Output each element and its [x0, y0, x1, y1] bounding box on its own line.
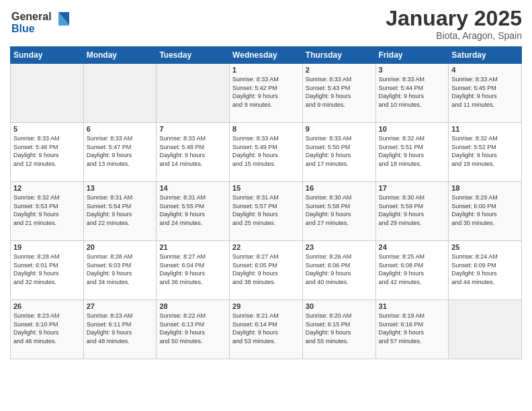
day-info: Sunrise: 8:25 AM Sunset: 6:08 PM Dayligh…: [379, 253, 446, 286]
weekday-header-wednesday: Wednesday: [230, 47, 303, 64]
day-number: 28: [159, 302, 226, 310]
day-info: Sunrise: 8:27 AM Sunset: 6:04 PM Dayligh…: [159, 253, 226, 286]
svg-text:Blue: Blue: [11, 23, 35, 34]
day-number: 29: [232, 302, 300, 310]
day-info: Sunrise: 8:20 AM Sunset: 6:15 PM Dayligh…: [306, 312, 373, 345]
day-number: 10: [379, 125, 446, 133]
calendar-cell: 29Sunrise: 8:21 AM Sunset: 6:14 PM Dayli…: [230, 300, 303, 359]
calendar-cell: 19Sunrise: 8:28 AM Sunset: 6:01 PM Dayli…: [11, 241, 84, 300]
day-info: Sunrise: 8:31 AM Sunset: 5:57 PM Dayligh…: [232, 193, 300, 227]
svg-text:General: General: [11, 11, 52, 22]
calendar-week-3: 12Sunrise: 8:32 AM Sunset: 5:53 PM Dayli…: [11, 182, 522, 241]
calendar-cell: 4Sunrise: 8:33 AM Sunset: 5:45 PM Daylig…: [449, 64, 522, 123]
day-info: Sunrise: 8:23 AM Sunset: 6:11 PM Dayligh…: [87, 312, 154, 345]
calendar-cell: 17Sunrise: 8:30 AM Sunset: 5:59 PM Dayli…: [375, 182, 449, 241]
calendar-week-5: 26Sunrise: 8:23 AM Sunset: 6:10 PM Dayli…: [11, 300, 522, 359]
calendar-cell: 24Sunrise: 8:25 AM Sunset: 6:08 PM Dayli…: [375, 241, 449, 300]
day-number: 24: [379, 243, 446, 251]
day-info: Sunrise: 8:33 AM Sunset: 5:47 PM Dayligh…: [87, 134, 154, 168]
calendar-cell: 20Sunrise: 8:28 AM Sunset: 6:03 PM Dayli…: [83, 241, 157, 300]
calendar-week-4: 19Sunrise: 8:28 AM Sunset: 6:01 PM Dayli…: [11, 241, 522, 300]
day-info: Sunrise: 8:29 AM Sunset: 6:00 PM Dayligh…: [451, 193, 519, 227]
weekday-header-sunday: Sunday: [11, 47, 84, 64]
day-number: 31: [379, 302, 446, 310]
day-number: 23: [306, 243, 373, 251]
calendar-cell: 26Sunrise: 8:23 AM Sunset: 6:10 PM Dayli…: [11, 300, 84, 359]
day-number: 25: [451, 243, 519, 251]
day-info: Sunrise: 8:33 AM Sunset: 5:46 PM Dayligh…: [13, 134, 81, 168]
day-number: 9: [306, 125, 373, 133]
logo: General Blue: [10, 7, 71, 39]
calendar-cell: 2Sunrise: 8:33 AM Sunset: 5:43 PM Daylig…: [302, 64, 375, 123]
day-number: 5: [13, 125, 81, 133]
calendar-cell: 16Sunrise: 8:30 AM Sunset: 5:58 PM Dayli…: [302, 182, 375, 241]
day-info: Sunrise: 8:21 AM Sunset: 6:14 PM Dayligh…: [232, 312, 300, 345]
day-number: 13: [87, 184, 154, 192]
calendar-cell: 28Sunrise: 8:22 AM Sunset: 6:13 PM Dayli…: [157, 300, 230, 359]
calendar-cell: 15Sunrise: 8:31 AM Sunset: 5:57 PM Dayli…: [230, 182, 303, 241]
day-number: 26: [13, 302, 81, 310]
day-info: Sunrise: 8:30 AM Sunset: 5:58 PM Dayligh…: [306, 193, 373, 227]
calendar-cell: 5Sunrise: 8:33 AM Sunset: 5:46 PM Daylig…: [11, 123, 84, 182]
day-number: 12: [13, 184, 81, 192]
calendar-subtitle: Biota, Aragon, Spain: [386, 30, 522, 41]
day-info: Sunrise: 8:28 AM Sunset: 6:01 PM Dayligh…: [13, 253, 81, 286]
day-info: Sunrise: 8:28 AM Sunset: 6:03 PM Dayligh…: [87, 253, 154, 286]
weekday-header-thursday: Thursday: [302, 47, 375, 64]
day-number: 7: [159, 125, 226, 133]
calendar-cell: 21Sunrise: 8:27 AM Sunset: 6:04 PM Dayli…: [157, 241, 230, 300]
calendar-week-2: 5Sunrise: 8:33 AM Sunset: 5:46 PM Daylig…: [11, 123, 522, 182]
day-number: 14: [159, 184, 226, 192]
day-number: 16: [306, 184, 373, 192]
calendar-cell: 22Sunrise: 8:27 AM Sunset: 6:05 PM Dayli…: [230, 241, 303, 300]
day-info: Sunrise: 8:33 AM Sunset: 5:42 PM Dayligh…: [232, 75, 300, 109]
day-info: Sunrise: 8:33 AM Sunset: 5:50 PM Dayligh…: [306, 134, 373, 168]
day-number: 19: [13, 243, 81, 251]
day-info: Sunrise: 8:31 AM Sunset: 5:55 PM Dayligh…: [159, 193, 226, 227]
calendar-title: January 2025: [386, 7, 522, 30]
day-info: Sunrise: 8:30 AM Sunset: 5:59 PM Dayligh…: [379, 193, 446, 227]
calendar-cell: [449, 300, 522, 359]
day-number: 1: [232, 66, 300, 74]
calendar-cell: 13Sunrise: 8:31 AM Sunset: 5:54 PM Dayli…: [83, 182, 157, 241]
day-number: 15: [232, 184, 300, 192]
weekday-header-saturday: Saturday: [449, 47, 522, 64]
day-info: Sunrise: 8:33 AM Sunset: 5:49 PM Dayligh…: [232, 134, 300, 168]
day-info: Sunrise: 8:22 AM Sunset: 6:13 PM Dayligh…: [159, 312, 226, 345]
weekday-header-monday: Monday: [83, 47, 157, 64]
page: General Blue January 2025 Biota, Aragon,…: [0, 0, 532, 411]
day-info: Sunrise: 8:26 AM Sunset: 6:06 PM Dayligh…: [306, 253, 373, 286]
calendar-cell: 18Sunrise: 8:29 AM Sunset: 6:00 PM Dayli…: [449, 182, 522, 241]
calendar-cell: 3Sunrise: 8:33 AM Sunset: 5:44 PM Daylig…: [375, 64, 449, 123]
day-info: Sunrise: 8:33 AM Sunset: 5:43 PM Dayligh…: [306, 75, 373, 109]
header: General Blue January 2025 Biota, Aragon,…: [10, 7, 522, 41]
calendar-cell: 6Sunrise: 8:33 AM Sunset: 5:47 PM Daylig…: [83, 123, 157, 182]
calendar-cell: 27Sunrise: 8:23 AM Sunset: 6:11 PM Dayli…: [83, 300, 157, 359]
calendar-cell: 31Sunrise: 8:19 AM Sunset: 6:16 PM Dayli…: [375, 300, 449, 359]
calendar-cell: 12Sunrise: 8:32 AM Sunset: 5:53 PM Dayli…: [11, 182, 84, 241]
day-number: 27: [87, 302, 154, 310]
calendar-cell: [157, 64, 230, 123]
day-info: Sunrise: 8:32 AM Sunset: 5:51 PM Dayligh…: [379, 134, 446, 168]
calendar-cell: 30Sunrise: 8:20 AM Sunset: 6:15 PM Dayli…: [302, 300, 375, 359]
calendar-cell: [83, 64, 157, 123]
day-number: 8: [232, 125, 300, 133]
calendar-cell: 23Sunrise: 8:26 AM Sunset: 6:06 PM Dayli…: [302, 241, 375, 300]
day-info: Sunrise: 8:32 AM Sunset: 5:52 PM Dayligh…: [451, 134, 519, 168]
day-number: 22: [232, 243, 300, 251]
calendar-cell: 1Sunrise: 8:33 AM Sunset: 5:42 PM Daylig…: [230, 64, 303, 123]
weekday-header-tuesday: Tuesday: [157, 47, 230, 64]
day-info: Sunrise: 8:27 AM Sunset: 6:05 PM Dayligh…: [232, 253, 300, 286]
calendar-cell: 11Sunrise: 8:32 AM Sunset: 5:52 PM Dayli…: [449, 123, 522, 182]
weekday-header-friday: Friday: [375, 47, 449, 64]
day-number: 20: [87, 243, 154, 251]
weekday-header-row: SundayMondayTuesdayWednesdayThursdayFrid…: [11, 47, 522, 64]
calendar-week-1: 1Sunrise: 8:33 AM Sunset: 5:42 PM Daylig…: [11, 64, 522, 123]
day-number: 11: [451, 125, 519, 133]
day-info: Sunrise: 8:33 AM Sunset: 5:48 PM Dayligh…: [159, 134, 226, 168]
day-number: 17: [379, 184, 446, 192]
day-number: 21: [159, 243, 226, 251]
day-info: Sunrise: 8:19 AM Sunset: 6:16 PM Dayligh…: [379, 312, 446, 345]
logo-icon: General Blue: [10, 7, 71, 36]
day-number: 2: [306, 66, 373, 74]
